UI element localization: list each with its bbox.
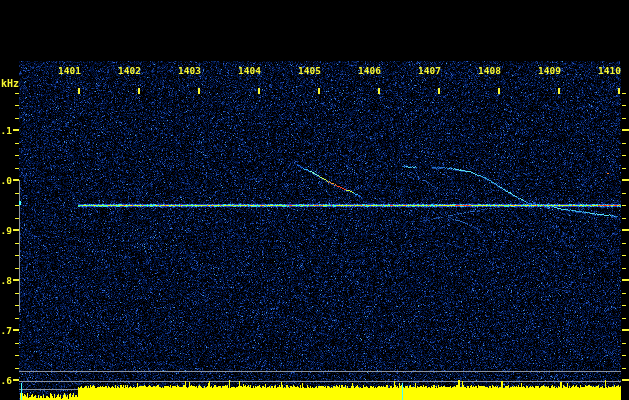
x-tick-label: 1409 xyxy=(536,65,561,76)
spectrogram-canvas xyxy=(0,0,629,400)
y-tick-label: 1.0 xyxy=(0,175,12,186)
x-tick-label: 1401 xyxy=(56,65,81,76)
y-tick-label: 0.9 xyxy=(0,225,12,236)
x-tick-label: 1407 xyxy=(416,65,441,76)
y-axis-unit-label: kHz xyxy=(1,78,19,89)
hrofft-window: H R O F F T 2511251400.png meteor 25.11.… xyxy=(0,0,629,400)
y-tick-label: 1.1 xyxy=(0,125,12,136)
y-tick-label: 0.8 xyxy=(0,275,12,286)
x-tick-label: 1405 xyxy=(296,65,321,76)
y-tick-label: 0.6 xyxy=(0,375,12,386)
x-tick-label: 1410 xyxy=(596,65,621,76)
x-tick-label: 1406 xyxy=(356,65,381,76)
x-tick-label: 1404 xyxy=(236,65,261,76)
x-tick-label: 1403 xyxy=(176,65,201,76)
y-tick-label: 0.7 xyxy=(0,325,12,336)
x-tick-label: 1402 xyxy=(116,65,141,76)
x-tick-label: 1408 xyxy=(476,65,501,76)
